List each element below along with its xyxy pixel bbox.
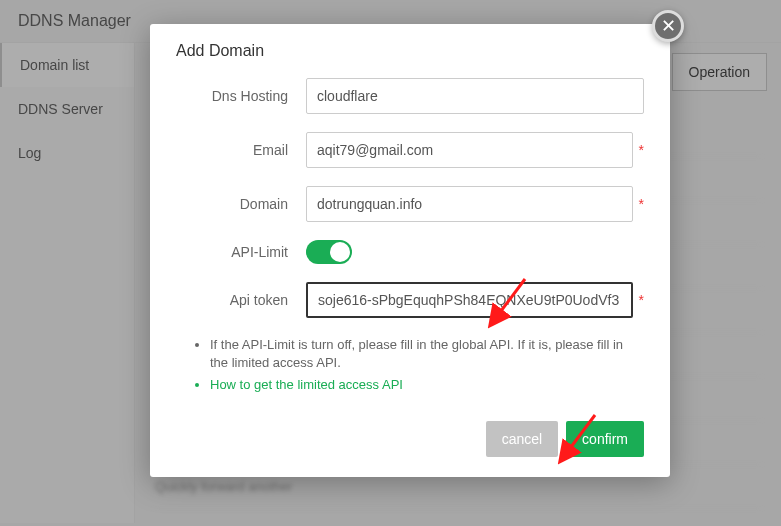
note-link[interactable]: How to get the limited access API	[210, 376, 644, 394]
close-button[interactable]: ✕	[652, 10, 684, 42]
close-icon: ✕	[661, 15, 676, 37]
confirm-button[interactable]: confirm	[566, 421, 644, 457]
domain-input[interactable]	[306, 186, 633, 222]
email-input[interactable]	[306, 132, 633, 168]
label-domain: Domain	[176, 196, 306, 212]
required-mark: *	[639, 292, 644, 308]
label-api-token: Api token	[176, 292, 306, 308]
toggle-knob	[330, 242, 350, 262]
add-domain-dialog: ✕ Add Domain Dns Hosting Email * Domain …	[150, 24, 670, 477]
api-token-input[interactable]	[306, 282, 633, 318]
note-line: If the API-Limit is turn off, please fil…	[210, 336, 644, 372]
label-dns-hosting: Dns Hosting	[176, 88, 306, 104]
row-dns-hosting: Dns Hosting	[176, 78, 644, 114]
row-api-token: Api token *	[176, 282, 644, 318]
row-api-limit: API-Limit	[176, 240, 644, 264]
label-api-limit: API-Limit	[176, 244, 306, 260]
row-email: Email *	[176, 132, 644, 168]
notes: If the API-Limit is turn off, please fil…	[192, 336, 644, 395]
app-root: DDNS Manager Domain list DDNS Server Log…	[0, 0, 781, 526]
dialog-actions: cancel confirm	[176, 421, 644, 457]
api-limit-toggle[interactable]	[306, 240, 352, 264]
required-mark: *	[639, 142, 644, 158]
label-email: Email	[176, 142, 306, 158]
dialog-title: Add Domain	[176, 42, 644, 60]
dns-hosting-input[interactable]	[306, 78, 644, 114]
row-domain: Domain *	[176, 186, 644, 222]
cancel-button[interactable]: cancel	[486, 421, 558, 457]
required-mark: *	[639, 196, 644, 212]
